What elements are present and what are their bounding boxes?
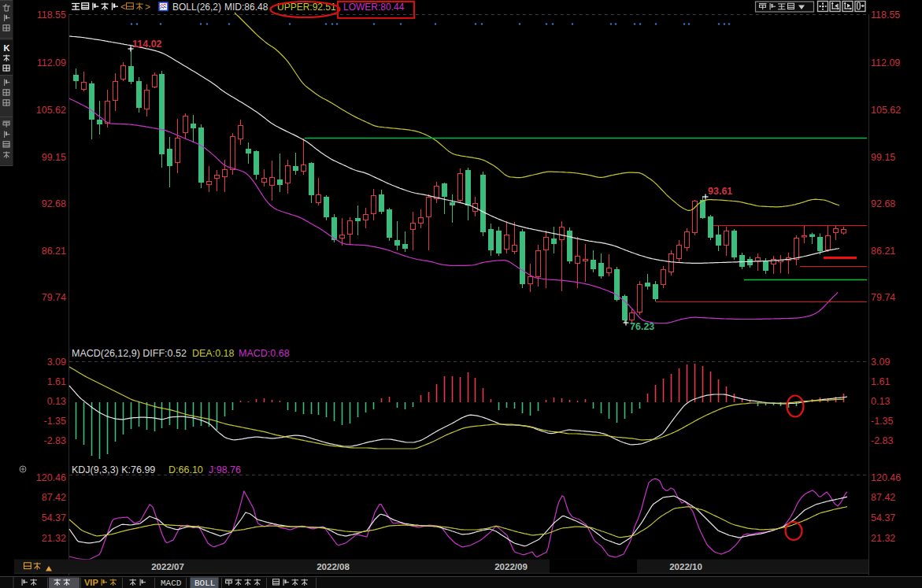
svg-text:2022/10: 2022/10 <box>669 562 702 571</box>
svg-text:-2.83: -2.83 <box>44 435 67 446</box>
svg-text:-1.35: -1.35 <box>871 416 894 427</box>
svg-text:0.13: 0.13 <box>871 396 890 407</box>
svg-text:54.37: 54.37 <box>42 512 66 523</box>
svg-text:J:98.76: J:98.76 <box>209 464 241 475</box>
svg-text:2022/07: 2022/07 <box>151 562 184 571</box>
svg-text:118.55: 118.55 <box>871 9 900 20</box>
svg-text:0.13: 0.13 <box>47 396 66 407</box>
svg-text:118.55: 118.55 <box>37 9 66 20</box>
svg-text:99.15: 99.15 <box>871 152 895 163</box>
svg-text:87.42: 87.42 <box>42 492 66 503</box>
svg-text:120.46: 120.46 <box>36 472 66 483</box>
svg-text:105.62: 105.62 <box>871 105 901 116</box>
svg-text:VIP: VIP <box>84 578 98 587</box>
svg-text:-2.83: -2.83 <box>871 435 894 446</box>
svg-text:MID:86.48: MID:86.48 <box>224 2 268 13</box>
svg-text:KDJ(9,3,3) K:76.99: KDJ(9,3,3) K:76.99 <box>72 464 155 475</box>
svg-text:114.02: 114.02 <box>132 39 162 50</box>
svg-text:D:66.10: D:66.10 <box>168 464 203 475</box>
svg-text:86.21: 86.21 <box>871 246 895 257</box>
svg-text:21.32: 21.32 <box>42 533 66 544</box>
svg-text:MACD: MACD <box>161 579 182 588</box>
svg-text:87.42: 87.42 <box>871 492 895 503</box>
svg-text:120.46: 120.46 <box>871 472 901 483</box>
svg-text:112.09: 112.09 <box>871 57 900 68</box>
svg-text:79.74: 79.74 <box>42 292 66 303</box>
svg-text:2022/08: 2022/08 <box>317 562 350 571</box>
svg-text:105.62: 105.62 <box>36 105 66 116</box>
svg-text:21.32: 21.32 <box>871 533 895 544</box>
svg-text:BOLL(26,2): BOLL(26,2) <box>172 2 221 13</box>
svg-text:1.61: 1.61 <box>47 376 66 387</box>
svg-text:<: < <box>120 2 126 13</box>
svg-text:BOLL: BOLL <box>194 579 215 588</box>
svg-text:92.68: 92.68 <box>42 198 66 209</box>
svg-text:DEA:0.18: DEA:0.18 <box>192 348 235 359</box>
svg-text:99.15: 99.15 <box>42 152 66 163</box>
svg-text:K: K <box>3 43 9 53</box>
svg-text:1.61: 1.61 <box>871 376 890 387</box>
svg-text:86.21: 86.21 <box>42 246 66 257</box>
svg-text:112.09: 112.09 <box>37 57 66 68</box>
svg-text:MACD:0.68: MACD:0.68 <box>239 348 290 359</box>
svg-text:79.74: 79.74 <box>871 292 895 303</box>
svg-text:LOWER:80.44: LOWER:80.44 <box>343 2 405 13</box>
svg-text:2022/09: 2022/09 <box>494 562 528 571</box>
svg-text:3.09: 3.09 <box>47 357 66 368</box>
svg-text:93.61: 93.61 <box>708 186 732 197</box>
svg-text:MACD(26,12,9) DIFF:0.52: MACD(26,12,9) DIFF:0.52 <box>72 348 187 359</box>
svg-text:3.09: 3.09 <box>871 357 890 368</box>
svg-text:54.37: 54.37 <box>871 512 895 523</box>
svg-text:76.23: 76.23 <box>630 321 654 332</box>
svg-text:92.68: 92.68 <box>871 198 895 209</box>
svg-text:-1.35: -1.35 <box>44 416 67 427</box>
svg-text:>: > <box>145 2 150 13</box>
